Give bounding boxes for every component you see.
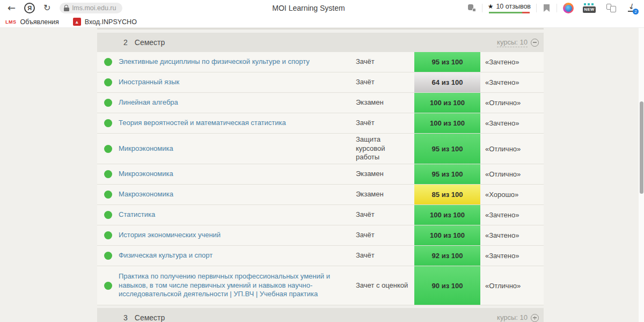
score-badge: 90 из 100: [414, 266, 480, 305]
browser-toolbar: ← Я ↻ lms.moi.edu.ru MOI Learning System…: [0, 0, 644, 16]
score-badge: 100 из 100: [414, 225, 480, 245]
table-row: СтатистикаЗачёт100 из 100«Зачтено»: [97, 205, 544, 225]
green-status-dot-icon: [104, 211, 112, 219]
toolbar-separator: [482, 4, 482, 12]
assessment-type: Зачёт: [356, 251, 414, 260]
assessment-type: Зачет с оценкой: [356, 281, 414, 290]
refresh-icon[interactable]: ↻: [43, 4, 50, 12]
green-status-dot-icon: [104, 231, 112, 239]
reviews-rating-bar: [489, 12, 530, 13]
page-title: MOI Learning System: [272, 4, 345, 12]
downloads-icon[interactable]: ↓ 2: [627, 3, 636, 13]
course-title-cell: Микроэкономика: [119, 170, 356, 179]
assessment-type: Защита курсовой работы: [356, 135, 414, 163]
course-status-cell: [97, 252, 119, 260]
course-link[interactable]: Практика по получению первичных професси…: [119, 272, 330, 298]
course-status-cell: [97, 58, 119, 66]
grade-text: «Зачтено»: [480, 211, 544, 219]
course-link[interactable]: Линейная алгебра: [119, 98, 178, 106]
grade-text: «Зачтено»: [480, 231, 544, 239]
grade-text: «Зачтено»: [480, 58, 544, 66]
course-status-cell: [97, 78, 119, 86]
lock-icon: [64, 5, 69, 11]
assessment-type: Зачёт: [356, 210, 414, 219]
extension-circle-icon[interactable]: [563, 3, 574, 13]
assessment-type: Экзамен: [356, 190, 414, 199]
table-row: Теория вероятностей и математическая ста…: [97, 113, 544, 134]
green-status-dot-icon: [104, 119, 112, 127]
assessment-type: Зачёт: [356, 78, 414, 87]
scrollbar-track: [639, 28, 644, 322]
grade-text: «Отлично»: [480, 282, 544, 290]
scrollbar-thumb[interactable]: [640, 101, 643, 194]
toolbar-separator: [557, 4, 557, 12]
green-status-dot-icon: [104, 170, 112, 178]
bookmark-icon[interactable]: [544, 4, 550, 12]
course-link[interactable]: Физическая культура и спорт: [119, 251, 213, 259]
semester-3-expand-button[interactable]: курсы: 10: [497, 313, 539, 322]
expand-plus-icon[interactable]: [531, 314, 539, 322]
course-link[interactable]: Статистика: [119, 210, 155, 218]
grade-text: «Отлично»: [480, 99, 544, 107]
course-title-cell: Практика по получению первичных професси…: [119, 272, 356, 299]
toolbar-separator: [536, 4, 537, 12]
course-link[interactable]: Иностранный язык: [119, 78, 179, 86]
side-panels-icon[interactable]: [606, 4, 616, 12]
site-reviews-button[interactable]: ★ 10 отзывов: [488, 3, 531, 13]
green-status-dot-icon: [104, 58, 112, 66]
table-row: МикроэкономикаЭкзамен95 из 100«Отлично»: [97, 164, 544, 185]
course-link[interactable]: Макроэкономика: [119, 190, 173, 198]
assessment-type: Зачёт: [356, 119, 414, 128]
course-title-cell: Элективные дисциплины по физической куль…: [119, 57, 356, 67]
semester-2-collapse-button[interactable]: курсы: 10: [497, 38, 539, 47]
table-row: История экономических ученийЗачёт100 из …: [97, 225, 544, 246]
page-content: 2 Семестр курсы: 10 Элективные дисциплин…: [0, 28, 644, 322]
table-row: Элективные дисциплины по физической куль…: [97, 52, 544, 72]
courses-count-link[interactable]: курсы: 10: [497, 313, 528, 322]
course-title-cell: Микроэкономика: [119, 144, 356, 153]
score-badge: 95 из 100: [414, 52, 480, 72]
course-link[interactable]: Теория вероятностей и математическая ста…: [119, 119, 286, 127]
bookmark-item-inpsycho-login[interactable]: ▲ Вход.INPSYCHO: [73, 18, 137, 26]
assessment-type: Зачёт: [356, 231, 414, 240]
course-status-cell: [97, 231, 119, 239]
courses-count-link[interactable]: курсы: 10: [497, 38, 528, 47]
previous-section-edge: [97, 28, 544, 30]
course-title-cell: История экономических учений: [119, 231, 356, 240]
collapse-minus-icon[interactable]: [531, 39, 539, 47]
table-row: Практика по получению первичных професси…: [97, 266, 544, 305]
assessment-type: Экзамен: [356, 170, 414, 179]
inpsycho-logo-icon: ▲: [73, 18, 81, 26]
grade-text: «Отлично»: [480, 145, 544, 153]
course-status-cell: [97, 282, 119, 290]
back-icon[interactable]: ←: [8, 3, 16, 13]
bookmarks-bar: LMS Объявления ▲ Вход.INPSYCHO: [0, 16, 644, 28]
yandex-browser-icon[interactable]: Я: [24, 3, 35, 13]
score-badge: 85 из 100: [414, 185, 480, 204]
table-row: Линейная алгебраЭкзамен100 из 100«Отличн…: [97, 93, 544, 113]
score-badge: 100 из 100: [414, 93, 480, 113]
downloads-count-badge: 2: [633, 9, 639, 14]
score-badge: 100 из 100: [414, 113, 480, 133]
course-link[interactable]: Микроэкономика: [119, 170, 173, 178]
course-title-cell: Макроэкономика: [119, 190, 356, 199]
protect-icon[interactable]: [468, 4, 476, 12]
course-rows: Элективные дисциплины по физической куль…: [97, 52, 544, 305]
address-bar[interactable]: lms.moi.edu.ru: [60, 3, 123, 13]
score-badge: 95 из 100: [414, 164, 480, 184]
semester-2-header: 2 Семестр курсы: 10: [97, 33, 544, 52]
new-badge-label: NEW: [583, 6, 596, 13]
course-link[interactable]: Элективные дисциплины по физической куль…: [119, 57, 310, 65]
assessment-type: Зачёт: [356, 57, 414, 67]
grade-text: «Отлично»: [480, 170, 544, 178]
course-link[interactable]: История экономических учений: [119, 231, 221, 239]
table-row: МакроэкономикаЭкзамен85 из 100«Хорошо»: [97, 185, 544, 205]
bookmark-item-announcements[interactable]: LMS Объявления: [5, 18, 59, 26]
score-badge: 95 из 100: [414, 134, 480, 164]
course-link[interactable]: Микроэкономика: [119, 144, 173, 152]
score-badge: 92 из 100: [414, 246, 480, 266]
course-title-cell: Иностранный язык: [119, 78, 356, 87]
table-row: Иностранный языкЗачёт64 из 100«Зачтено»: [97, 72, 544, 93]
course-status-cell: [97, 211, 119, 219]
extension-new-icon[interactable]: NEW: [583, 3, 596, 13]
